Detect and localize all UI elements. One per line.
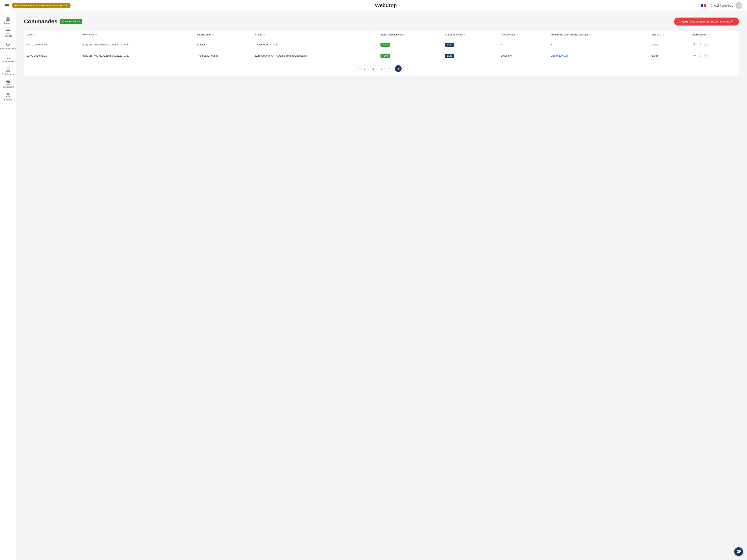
pagination-page-5[interactable]: 5 [395,65,402,72]
cell-reference-1: ebay ord: 402469248080-908827237027 [80,39,195,50]
sort-icon-fournisseur: ⇅ [212,34,214,36]
pagination-page-3[interactable]: 3 [378,65,385,72]
cell-statut-vente-1: Livré [443,39,498,50]
sort-icon-informations: ⇅ [708,34,709,36]
top-navigation: Renouvellement : Veuillez enregistrer un… [0,0,747,11]
chat-button[interactable]: 💬 [734,547,743,556]
svg-rect-11 [7,82,7,83]
page-header: Commandes Comment faire ? Cliquez ici po… [24,18,739,26]
how-to-button[interactable]: Comment faire ? [60,19,82,24]
svg-point-14 [6,93,10,97]
cell-date-2: 29-09-2020 06:29 [24,50,80,61]
col-header-statut-vente[interactable]: Statut de vente ⇅ [443,30,498,39]
svg-rect-0 [6,17,7,18]
view-button-1[interactable]: 👁 [692,43,697,47]
col-header-statut-paiement[interactable]: Statut de paiement ⇅ [378,30,443,39]
cell-statut-paiement-1: Payé [378,39,443,50]
cell-transporteur-2: Colissimo [498,50,548,61]
svg-rect-2 [6,19,7,21]
svg-rect-3 [8,19,10,21]
col-header-informations[interactable]: Informations ⇅ [689,30,739,39]
sidebar: Rapports Produits Synchronisation Comman… [0,11,16,560]
pagination: ‹ 1 2 3 4 5 › [24,61,739,76]
language-flag[interactable]: 🇫🇷 [701,3,706,8]
svg-point-5 [7,59,7,59]
cell-fournisseur-2: The beauty lounge [195,50,253,61]
col-header-total-ttc[interactable]: Total TTC ⇅ [648,30,689,39]
col-header-date[interactable]: Date ⇅ [24,30,80,39]
refresh-button-1[interactable]: ↺ [698,42,702,47]
pagination-page-2[interactable]: 2 [370,65,377,72]
hamburger-menu[interactable] [5,4,9,7]
svg-rect-12 [8,82,8,83]
cell-total-1: 15.50€ [648,39,689,50]
svg-point-6 [9,59,10,59]
cell-fournisseur-1: Banliat [195,39,253,50]
no-transporteur-icon-1: ✕ [500,43,503,46]
svg-rect-4 [6,30,10,33]
cell-total-2: 71.86€ [648,50,689,61]
sidebar-item-produits[interactable]: Produits [1,27,15,39]
no-tracking-icon-1: ✕ [550,43,553,46]
avatar[interactable]: AW [736,2,742,9]
delivered-badge-1: Livré [445,43,454,47]
pagination-page-1[interactable]: 1 [361,65,368,72]
app-title: Webdrop [375,2,397,8]
renewal-button[interactable]: Renouvellement : Veuillez enregistrer un… [12,3,71,8]
sidebar-item-synchronisation[interactable]: Synchronisation [1,40,15,52]
sidebar-item-commandes[interactable]: Commandes [1,53,15,64]
sort-icon-transporteur: ⇅ [517,34,518,36]
sidebar-item-support[interactable]: Support [1,91,15,103]
actions-area-2: 👁 ↺ 📄 [692,53,737,58]
expand-icon[interactable]: ⛶ [709,4,712,7]
col-header-transporteur[interactable]: Transporteur ⇅ [498,30,548,39]
tracking-link-2[interactable]: CB544209414FR [550,54,570,57]
col-header-fournisseur[interactable]: Fournisseur ⇅ [195,30,253,39]
table-header-row: Date ⇅ Référence ⇅ Fournisseur ⇅ Clien [24,30,739,39]
sidebar-item-plateformes[interactable]: Plateformes [1,65,15,77]
sort-icon-client: ⇅ [263,34,265,36]
user-name: Atoini Webdrop [714,4,733,7]
pagination-next[interactable]: › [403,65,410,72]
delivered-badge-2: Livré [445,54,454,58]
sidebar-label-produits: Produits [4,35,12,37]
svg-rect-1 [8,17,10,18]
sidebar-item-fournisseurs[interactable]: Fournisseurs [1,78,15,90]
col-header-client[interactable]: Client ⇅ [253,30,378,39]
cell-transporteur-1: ✕ [498,39,548,50]
cell-client-1: Titeux Marie-Claude [253,39,378,50]
actions-area-1: 👁 ↺ 📄 [692,42,737,47]
orders-table: Date ⇅ Référence ⇅ Fournisseur ⇅ Clien [24,30,739,61]
sidebar-item-rapports[interactable]: Rapports [1,15,15,26]
cell-actions-1: 👁 ↺ 📄 [689,39,739,50]
nav-right: 🇫🇷 ⛶ Atoini Webdrop AW [701,2,742,9]
refresh-button-2[interactable]: ↺ [698,53,702,58]
doc-button-1[interactable]: 📄 [703,42,709,47]
pagination-page-4[interactable]: 4 [386,65,393,72]
sort-icon-statut-vente: ⇅ [464,34,465,36]
page-title-area: Commandes Comment faire ? [24,18,82,25]
cell-actions-2: 👁 ↺ 📄 [689,50,739,61]
sidebar-label-rapports: Rapports [3,22,12,24]
col-header-numero-suivi[interactable]: Numéro de suivi ou URL de suivi ⇅ [548,30,648,39]
doc-button-2[interactable]: 📄 [703,53,709,58]
sidebar-label-fournisseurs: Fournisseurs [2,86,15,88]
main-content: Commandes Comment faire ? Cliquez ici po… [16,11,747,560]
sort-icon-date: ⇅ [33,34,35,36]
pagination-prev[interactable]: ‹ [353,65,360,72]
main-layout: Rapports Produits Synchronisation Comman… [0,11,747,560]
sidebar-label-commandes: Commandes [2,60,14,62]
sidebar-label-support: Support [4,99,12,101]
nav-left: Renouvellement : Veuillez enregistrer un… [5,3,71,8]
col-header-reference[interactable]: Référence ⇅ [80,30,195,39]
cell-statut-vente-2: Livré [443,50,498,61]
sort-icon-total-ttc: ⇅ [663,34,664,36]
view-button-2[interactable]: 👁 [692,54,697,58]
paid-badge-2: Payé [381,54,390,58]
sort-icon-numero-suivi: ⇅ [589,34,591,36]
import-button[interactable]: Cliquez ici pour importer vos commandes … [674,18,739,26]
cell-tracking-1: ✕ [548,39,648,50]
table-row: 04-10-2020 06:53 ebay ord: 402469248080-… [24,39,739,50]
paid-badge-1: Payé [381,43,390,47]
sort-icon-statut-paiement: ⇅ [403,34,405,36]
